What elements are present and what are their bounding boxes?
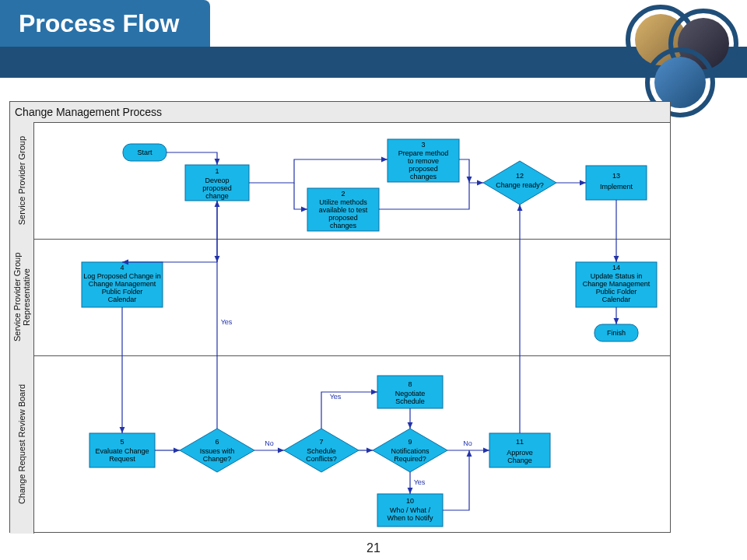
svg-text:14: 14 [612, 264, 620, 271]
svg-text:Calendar: Calendar [108, 296, 137, 303]
svg-text:proposed: proposed [328, 214, 358, 222]
svg-text:7: 7 [319, 438, 323, 446]
svg-text:Public Folder: Public Folder [102, 288, 143, 296]
svg-text:change: change [205, 192, 229, 200]
svg-text:Yes: Yes [221, 318, 233, 326]
lane-label-review-board: Change Request Review Board [10, 355, 34, 534]
svg-text:Public Folder: Public Folder [596, 288, 637, 296]
svg-text:Yes: Yes [414, 478, 426, 486]
svg-text:available to test: available to test [319, 206, 368, 214]
svg-text:Who / What /: Who / What / [390, 506, 431, 514]
svg-text:Approve: Approve [507, 449, 533, 457]
edge-2-12 [379, 183, 483, 209]
diagram-frame: Change Management Process Service Provid… [9, 101, 671, 533]
svg-text:5: 5 [120, 438, 124, 446]
svg-text:Change Management: Change Management [89, 280, 156, 288]
svg-text:When to Notify: When to Notify [387, 514, 433, 522]
slide-title: Process Flow [0, 0, 210, 47]
svg-text:6: 6 [215, 438, 219, 446]
svg-text:Deveop: Deveop [205, 177, 229, 184]
edge-1-3 [249, 159, 388, 183]
edge-start-1 [167, 152, 217, 165]
svg-text:Required?: Required? [394, 455, 426, 463]
svg-text:Prepare method: Prepare method [398, 149, 449, 157]
svg-text:Change Management: Change Management [583, 280, 651, 288]
svg-text:Request: Request [109, 455, 135, 463]
lane-label-representative: Service Provider Group Representative [10, 239, 34, 355]
svg-text:13: 13 [612, 172, 620, 180]
lane-label-provider-group: Service Provider Group [10, 122, 34, 239]
svg-text:proposed: proposed [409, 165, 438, 173]
svg-text:Issues with: Issues with [200, 447, 235, 455]
svg-text:Implement: Implement [600, 183, 633, 191]
svg-text:4: 4 [120, 264, 124, 271]
svg-text:No: No [265, 439, 274, 447]
svg-text:12: 12 [516, 172, 524, 180]
svg-text:10: 10 [406, 497, 414, 505]
svg-text:Calendar: Calendar [602, 296, 631, 303]
svg-text:3: 3 [421, 141, 425, 149]
diagram-title: Change Management Process [10, 102, 670, 123]
svg-text:Change: Change [507, 457, 532, 464]
svg-text:Schedule: Schedule [307, 447, 336, 455]
svg-text:Utilize methods: Utilize methods [319, 198, 367, 206]
svg-text:changes: changes [410, 173, 437, 180]
svg-text:1: 1 [215, 167, 219, 175]
svg-text:Notifications: Notifications [391, 447, 430, 455]
slide-header-area: Process Flow [0, 0, 747, 78]
svg-text:Start: Start [137, 149, 153, 156]
page-number: 21 [0, 541, 747, 555]
flowchart-svg: Start 1 Deveop proposed change 2 Utilize… [33, 122, 672, 534]
svg-text:Change ready?: Change ready? [496, 181, 544, 189]
edge-1-2 [294, 183, 307, 209]
svg-text:Schedule: Schedule [395, 397, 425, 405]
diagram-container: Change Management Process Service Provid… [9, 101, 671, 533]
edge-3-merge [459, 159, 469, 183]
svg-text:9: 9 [408, 438, 412, 446]
svg-text:Evaluate Change: Evaluate Change [95, 447, 149, 455]
edge-10-merge [443, 450, 469, 510]
svg-text:proposed: proposed [202, 184, 232, 192]
svg-text:11: 11 [516, 438, 524, 446]
svg-text:2: 2 [341, 190, 345, 198]
svg-text:8: 8 [408, 380, 412, 388]
svg-text:No: No [463, 439, 472, 447]
svg-text:to remove: to remove [408, 157, 439, 165]
svg-text:Log Proposed Change in: Log Proposed Change in [83, 272, 161, 280]
swimlanes: Service Provider Group Service Provider … [10, 122, 670, 532]
svg-text:Conflicts?: Conflicts? [306, 455, 337, 463]
svg-text:changes: changes [330, 222, 357, 229]
svg-text:Finish: Finish [607, 329, 626, 337]
svg-text:Change?: Change? [203, 455, 232, 463]
svg-text:Update Status in: Update Status in [591, 272, 643, 280]
svg-text:Yes: Yes [330, 393, 342, 401]
svg-text:Negotiate: Negotiate [395, 390, 426, 397]
